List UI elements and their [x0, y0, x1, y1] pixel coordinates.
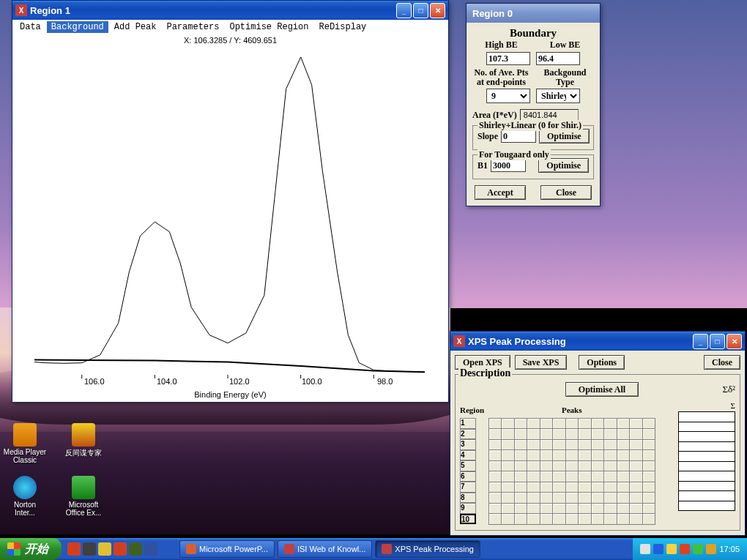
tray-icon[interactable]	[640, 544, 650, 554]
peak-grid[interactable]	[488, 418, 655, 524]
window-title: Region 0	[469, 8, 597, 19]
menu-redisplay[interactable]: ReDisplay	[314, 21, 371, 33]
start-button[interactable]: 开始	[0, 538, 62, 560]
tray-icon[interactable]	[666, 544, 677, 554]
desktop-icon[interactable]: Microsoft Office Ex...	[62, 476, 105, 517]
taskbar: 开始 Microsoft PowerP... ISI Web of Knowl.…	[0, 538, 747, 560]
b1-input[interactable]	[491, 159, 526, 172]
xps-icon	[382, 544, 392, 554]
ql-icon[interactable]	[83, 542, 96, 556]
ql-icon[interactable]	[114, 542, 127, 556]
save-xps-button[interactable]: Save XPS	[515, 355, 568, 370]
powerpoint-icon	[186, 544, 196, 554]
tougaard-fieldset: For Tougaard only B1 Optimise	[472, 154, 594, 179]
isi-icon	[284, 544, 294, 554]
minimize-button[interactable]: _	[693, 334, 708, 349]
plot-area[interactable]: X: 106.3285 / Y: 4609.651 106.0 104.0 10…	[12, 34, 448, 402]
region-row-button[interactable]: 2	[460, 429, 476, 440]
desktop-icon[interactable]: 反间谍专家	[62, 423, 105, 458]
ql-icon[interactable]	[67, 542, 81, 556]
tray-icon[interactable]	[680, 544, 690, 554]
boundary-heading: Boundary	[472, 27, 594, 40]
region-row-button[interactable]: 3	[460, 439, 476, 450]
region-row-button[interactable]: 10	[460, 514, 476, 525]
quick-launch[interactable]	[62, 542, 163, 556]
tray-icon[interactable]	[706, 544, 716, 554]
bgtype-select[interactable]: Shirley	[536, 89, 580, 103]
app-icon: X	[453, 335, 465, 347]
desktop-icon[interactable]: Media Player Classic	[3, 423, 47, 464]
titlebar[interactable]: X XPS Peak Processing _ □ ✕	[450, 332, 745, 351]
task-button[interactable]: XPS Peak Processing	[375, 540, 480, 558]
optimise-slope-button[interactable]: Optimise	[539, 129, 590, 143]
menu-parameters[interactable]: Parameters	[162, 21, 223, 33]
options-button[interactable]: Options	[579, 355, 625, 370]
region1-window: X Region 1 _ □ ✕ Data Background Add Pea…	[12, 0, 449, 403]
optimise-all-button[interactable]: Optimise All	[565, 382, 639, 397]
nave-select[interactable]: 9	[486, 89, 530, 103]
optimise-b1-button[interactable]: Optimise	[538, 158, 589, 173]
shirley-fieldset: Shirley+Linear (0 for Shir.) Slope Optim…	[472, 125, 594, 150]
region-row-button[interactable]: 5	[460, 460, 476, 471]
system-tray[interactable]: 17:05	[633, 538, 747, 560]
high-be-input[interactable]	[486, 52, 530, 65]
region-row-button[interactable]: 8	[460, 493, 476, 504]
minimize-button[interactable]: _	[396, 3, 412, 18]
region-row-button[interactable]: 1	[460, 418, 476, 429]
menu-background[interactable]: Background	[47, 21, 108, 33]
close-button[interactable]: Close	[540, 185, 592, 200]
menu-data[interactable]: Data	[15, 21, 45, 33]
titlebar[interactable]: X Region 1 _ □ ✕	[12, 1, 448, 20]
task-button[interactable]: ISI Web of Knowl...	[278, 540, 372, 558]
app-icon: X	[15, 4, 27, 16]
ql-icon[interactable]	[98, 542, 111, 556]
window-title: XPS Peak Processing	[468, 336, 693, 347]
ql-icon[interactable]	[144, 542, 157, 556]
menubar: Data Background Add Peak Parameters Opti…	[12, 20, 448, 34]
maximize-button[interactable]: □	[710, 334, 725, 349]
titlebar[interactable]: Region 0	[467, 4, 600, 23]
region-row-button[interactable]: 9	[460, 503, 476, 514]
menu-add-peak[interactable]: Add Peak	[110, 21, 161, 33]
accept-button[interactable]: Accept	[475, 185, 526, 200]
desktop-icon[interactable]: Norton Inter...	[3, 476, 47, 517]
tray-icon[interactable]	[693, 544, 703, 554]
x-axis-label: Binding Energy (eV)	[194, 390, 266, 399]
xps-window: X XPS Peak Processing _ □ ✕ Open XPS Sav…	[450, 331, 746, 536]
region0-window: Region 0 Boundary High BE Low BE No. of …	[466, 3, 601, 206]
ql-icon[interactable]	[129, 542, 142, 556]
menu-optimise-region[interactable]: Optimise Region	[225, 21, 313, 33]
region-row-button[interactable]: 4	[460, 450, 476, 461]
close-xps-button[interactable]: Close	[704, 355, 740, 370]
maximize-button[interactable]: □	[413, 3, 428, 18]
tray-icon[interactable]	[653, 544, 664, 554]
clock: 17:05	[719, 545, 740, 553]
close-button[interactable]: ✕	[430, 3, 445, 18]
slope-input[interactable]	[501, 130, 536, 143]
close-button[interactable]: ✕	[726, 334, 742, 349]
low-be-input[interactable]	[536, 52, 580, 65]
region-row-button[interactable]: 7	[460, 482, 476, 493]
region-row-button[interactable]: 6	[460, 471, 476, 482]
area-readout: 8401.844	[520, 109, 579, 121]
task-button[interactable]: Microsoft PowerP...	[179, 540, 275, 558]
window-title: Region 1	[30, 5, 396, 16]
